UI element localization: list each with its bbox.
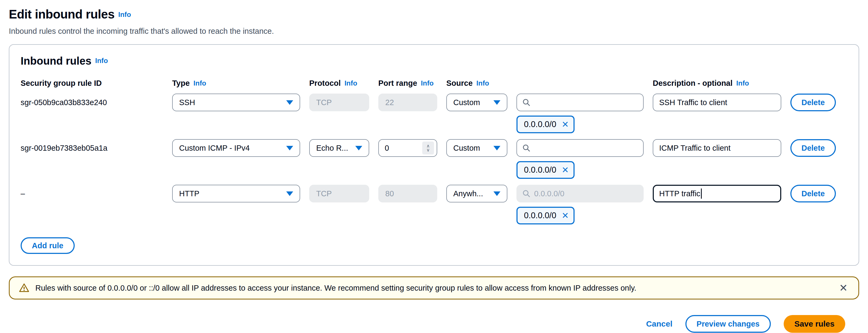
protocol-field: TCP (309, 93, 369, 111)
page-title: Edit inbound rules (9, 7, 115, 21)
footer-actions: Cancel Preview changes Save rules (9, 315, 859, 333)
rule-row-http: – HTTP TCP 80 Anywh... HTTP traffic Dele… (21, 185, 847, 202)
stepper-down-icon[interactable]: ∨ (427, 148, 430, 152)
chevron-down-icon (355, 146, 362, 150)
chevron-down-icon (286, 100, 293, 105)
column-header-port-range: Port rangeInfo (378, 79, 437, 88)
column-header-source: SourceInfo (446, 79, 507, 88)
column-header-description: Description - optionalInfo (653, 79, 781, 88)
source-info-link[interactable]: Info (476, 79, 489, 87)
delete-rule-button[interactable]: Delete (790, 139, 836, 157)
panel-heading: Inbound rules (21, 55, 91, 67)
port-range-field: 80 (378, 185, 437, 202)
warning-message: Rules with source of 0.0.0.0/0 or ::/0 a… (35, 284, 837, 293)
description-input-wrap[interactable] (653, 139, 781, 157)
type-select[interactable]: HTTP (172, 185, 300, 202)
source-mode-select[interactable]: Custom (446, 93, 507, 111)
preview-changes-button[interactable]: Preview changes (685, 315, 771, 333)
source-chip-row: 0.0.0.0/0✕ (21, 116, 847, 133)
protocol-info-link[interactable]: Info (345, 79, 358, 87)
add-rule-button[interactable]: Add rule (21, 237, 75, 254)
warning-banner: Rules with source of 0.0.0.0/0 or ::/0 a… (9, 276, 859, 300)
type-info-link[interactable]: Info (193, 79, 207, 87)
description-input[interactable] (659, 144, 775, 152)
panel-heading-info-link[interactable]: Info (95, 57, 108, 65)
description-input-focused[interactable]: HTTP traffic (653, 185, 781, 202)
source-chip-row: 0.0.0.0/0✕ (21, 207, 847, 224)
remove-chip-icon[interactable]: ✕ (562, 211, 569, 221)
rule-id-label: sgr-0019eb7383eb05a1a (21, 144, 163, 152)
source-search-box[interactable] (517, 93, 644, 111)
port-range-field: 22 (378, 93, 437, 111)
inbound-rules-panel: Inbound rulesInfo Security group rule ID… (9, 44, 859, 266)
source-cidr-chip: 0.0.0.0/0✕ (517, 161, 575, 179)
description-info-link[interactable]: Info (736, 79, 749, 87)
chevron-down-icon (493, 100, 500, 105)
search-icon (522, 190, 530, 198)
source-mode-select[interactable]: Custom (446, 139, 507, 157)
source-search-box[interactable] (517, 139, 644, 157)
chevron-down-icon (493, 146, 500, 150)
source-chip-row: 0.0.0.0/0✕ (21, 161, 847, 179)
source-cidr-chip: 0.0.0.0/0✕ (517, 116, 575, 133)
protocol-select[interactable]: Echo R... (309, 139, 369, 157)
chevron-down-icon (493, 191, 500, 196)
column-header-row: Security group rule ID TypeInfo Protocol… (21, 79, 847, 88)
protocol-field: TCP (309, 185, 369, 202)
source-search-box-disabled (517, 185, 644, 202)
remove-chip-icon[interactable]: ✕ (562, 119, 569, 130)
rule-row-ssh: sgr-050b9ca03b833e240 SSH TCP 22 Custom … (21, 93, 847, 111)
description-input-wrap[interactable] (653, 93, 781, 111)
search-icon (522, 99, 530, 106)
edit-inbound-rules-page: Edit inbound rulesInfo Inbound rules con… (0, 0, 868, 333)
source-cidr-chip: 0.0.0.0/0✕ (517, 207, 575, 224)
remove-chip-icon[interactable]: ✕ (562, 165, 569, 175)
port-range-info-link[interactable]: Info (421, 79, 434, 87)
save-rules-button[interactable]: Save rules (784, 315, 845, 333)
search-icon (522, 144, 530, 152)
delete-rule-button[interactable]: Delete (790, 93, 836, 111)
column-header-type: TypeInfo (172, 79, 300, 88)
type-select[interactable]: Custom ICMP - IPv4 (172, 139, 300, 157)
column-header-protocol: ProtocolInfo (309, 79, 369, 88)
type-select[interactable]: SSH (172, 93, 300, 111)
description-input[interactable] (659, 98, 775, 107)
port-range-input[interactable] (385, 144, 409, 152)
source-search-input[interactable] (534, 98, 638, 107)
warning-icon (19, 283, 29, 293)
cancel-button[interactable]: Cancel (646, 319, 672, 328)
page-subtitle: Inbound rules control the incoming traff… (9, 27, 859, 36)
source-search-input[interactable] (534, 144, 638, 152)
source-search-input (534, 189, 638, 198)
rule-id-label: sgr-050b9ca03b833e240 (21, 98, 163, 107)
port-range-input-wrap[interactable]: ∧∨ (378, 139, 437, 157)
delete-rule-button[interactable]: Delete (790, 185, 836, 202)
number-stepper[interactable]: ∧∨ (422, 142, 434, 155)
rule-id-label: – (21, 189, 163, 198)
chevron-down-icon (286, 146, 293, 150)
page-title-info-link[interactable]: Info (118, 10, 131, 19)
page-header: Edit inbound rulesInfo Inbound rules con… (9, 7, 859, 36)
column-header-rule-id: Security group rule ID (21, 79, 163, 88)
source-mode-select[interactable]: Anywh... (446, 185, 507, 202)
close-icon[interactable]: ✕ (837, 282, 849, 294)
rule-row-icmp: sgr-0019eb7383eb05a1a Custom ICMP - IPv4… (21, 139, 847, 157)
text-cursor (701, 189, 702, 199)
chevron-down-icon (286, 191, 293, 196)
